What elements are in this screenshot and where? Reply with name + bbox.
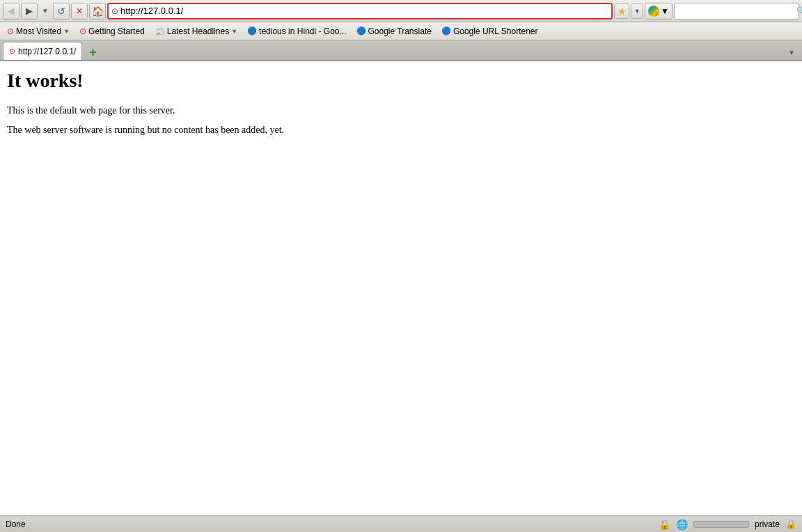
- page-title: It works!: [7, 70, 795, 92]
- latest-headlines-dropdown: ▼: [231, 28, 237, 35]
- bookmark-google-url-shortener[interactable]: 🔵 Google URL Shortener: [437, 25, 542, 38]
- google-translate-icon: 🔵: [356, 26, 366, 36]
- tabs-area: ⊙ http://127.0.0.1/ + ▼: [0, 40, 802, 61]
- stop-button[interactable]: ✕: [71, 3, 88, 19]
- tabs-dropdown-button[interactable]: ▼: [784, 45, 799, 60]
- page-content: It works! This is the default web page f…: [0, 61, 802, 515]
- page-line-2: The web server software is running but n…: [7, 123, 795, 138]
- url-security-icon: ⊙: [111, 6, 118, 16]
- status-text: Done: [6, 519, 26, 529]
- reload-button[interactable]: ↺: [53, 3, 70, 19]
- bookmark-tedious-hindi[interactable]: 🔵 tedious in Hindi - Goo...: [243, 25, 350, 38]
- bookmark-google-translate[interactable]: 🔵 Google Translate: [352, 25, 436, 38]
- most-visited-label: Most Visited: [16, 26, 61, 36]
- google-url-shortener-label: Google URL Shortener: [453, 26, 538, 36]
- bookmark-most-visited[interactable]: ⊙ Most Visited ▼: [3, 25, 74, 38]
- back-button[interactable]: ◀: [3, 3, 19, 19]
- bookmark-getting-started[interactable]: ⊙ Getting Started: [75, 25, 149, 38]
- search-engine-icon: [648, 6, 659, 17]
- private-label: private: [755, 519, 780, 529]
- tedious-hindi-icon: 🔵: [247, 26, 257, 36]
- tedious-hindi-label: tedious in Hindi - Goo...: [259, 26, 346, 36]
- most-visited-dropdown: ▼: [63, 28, 70, 35]
- status-end-icon: 🔒: [785, 519, 796, 529]
- tab-1-label: http://127.0.0.1/: [18, 47, 76, 56]
- bookmarks-bar: ⊙ Most Visited ▼ ⊙ Getting Started 📰 Lat…: [0, 22, 802, 40]
- google-translate-label: Google Translate: [368, 26, 432, 36]
- bookmark-latest-headlines[interactable]: 📰 Latest Headlines ▼: [150, 25, 242, 38]
- status-right-area: 🔒 🌐 private 🔒: [659, 519, 796, 530]
- status-bar: Done 🔒 🌐 private 🔒: [0, 515, 802, 532]
- latest-headlines-icon: 📰: [155, 26, 165, 36]
- page-line-1: This is the default web page for this se…: [7, 103, 795, 118]
- latest-headlines-label: Latest Headlines: [167, 26, 229, 36]
- tab-1[interactable]: ⊙ http://127.0.0.1/: [3, 42, 82, 60]
- history-dropdown-button[interactable]: ▼: [39, 4, 52, 18]
- bookmark-dropdown-button[interactable]: ▼: [631, 3, 643, 19]
- nav-bar: ◀ ▶ ▼ ↺ ✕ 🏠 ⊙ ★ ▼ ▼ 🔍: [0, 0, 802, 22]
- bookmark-star-button[interactable]: ★: [614, 3, 629, 19]
- progress-bar: [693, 521, 749, 528]
- home-button[interactable]: 🏠: [89, 3, 106, 19]
- add-tab-button[interactable]: +: [85, 45, 100, 60]
- forward-button[interactable]: ▶: [21, 3, 38, 19]
- google-url-shortener-icon: 🔵: [441, 26, 451, 36]
- search-engine-selector[interactable]: ▼: [645, 3, 673, 19]
- search-engine-dropdown-arrow: ▼: [661, 6, 669, 16]
- status-globe-icon: 🌐: [676, 519, 688, 530]
- url-bar: ⊙: [107, 3, 613, 19]
- search-input[interactable]: [677, 6, 794, 16]
- search-go-button[interactable]: 🔍: [796, 6, 802, 16]
- lock-icon: 🔒: [659, 519, 670, 530]
- most-visited-icon: ⊙: [7, 26, 14, 36]
- url-input[interactable]: [120, 6, 608, 16]
- tab-1-icon: ⊙: [9, 47, 15, 56]
- search-box: 🔍: [674, 3, 799, 19]
- getting-started-label: Getting Started: [88, 26, 145, 36]
- getting-started-icon: ⊙: [79, 26, 86, 36]
